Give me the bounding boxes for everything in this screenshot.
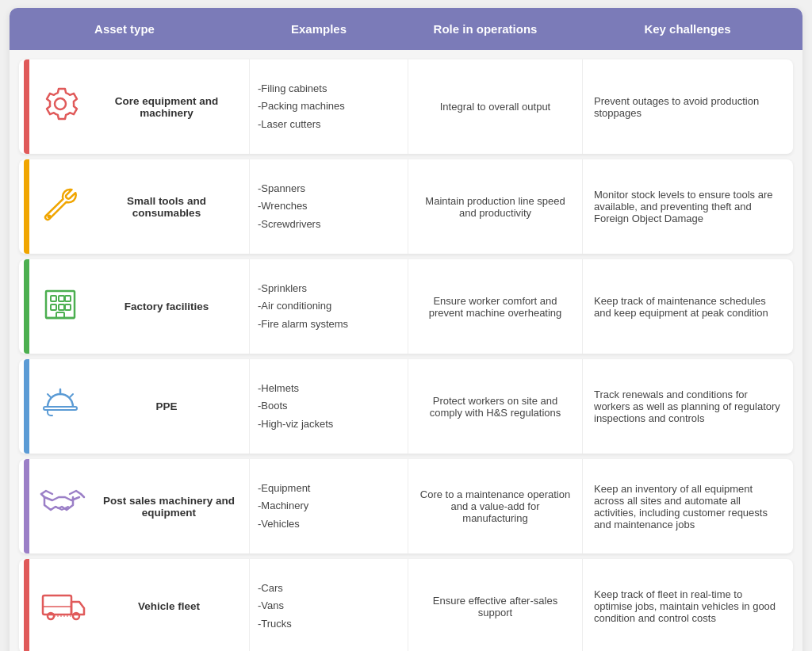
header-role: Role in operations (398, 19, 573, 39)
examples-cell-vehicle-fleet: -Cars-Vans-Trucks (249, 559, 408, 651)
table-row-ppe: PPE-Helmets-Boots-High-viz jacketsProtec… (19, 359, 793, 454)
examples-cell-factory-facilities: -Sprinklers-Air conditioning-Fire alarm … (249, 259, 408, 354)
table-row-small-tools: Small tools and consumables-Spanners-Wre… (19, 159, 793, 255)
example-item: -Vehicles (258, 515, 400, 533)
role-cell-small-tools: Maintain production line speed and produ… (408, 159, 582, 254)
asset-name-core-equipment: Core equipment and machinery (92, 95, 241, 119)
handshake-icon (40, 483, 86, 530)
header-asset-type: Asset type (10, 19, 239, 39)
examples-cell-post-sales: -Equipment-Machinery-Vehicles (249, 459, 408, 553)
challenges-cell-vehicle-fleet: Keep track of fleet in real-time to opti… (582, 559, 793, 651)
asset-name-vehicle-fleet: Vehicle fleet (97, 600, 241, 612)
example-item: -Equipment (258, 480, 400, 497)
examples-cell-core-equipment: -Filing cabinets-Packing machines-Laser … (249, 59, 408, 154)
color-bar-small-tools (24, 159, 29, 254)
asset-name-ppe: PPE (92, 400, 241, 412)
header-challenges: Key challenges (573, 19, 802, 39)
asset-cell-vehicle-fleet: Vehicle fleet (19, 559, 249, 651)
challenges-cell-post-sales: Keep an inventory of all equipment acros… (582, 459, 793, 553)
asset-name-post-sales: Post sales machinery and equipment (97, 495, 241, 519)
gear-icon (40, 83, 81, 130)
example-item: -Screwdrivers (258, 216, 400, 233)
table-row-factory-facilities: Factory facilities-Sprinklers-Air condit… (19, 259, 793, 354)
example-item: -Laser cutters (258, 116, 400, 133)
example-item: -High-viz jackets (258, 415, 400, 433)
example-item: -Helmets (258, 380, 400, 397)
svg-rect-10 (43, 595, 71, 615)
challenges-cell-factory-facilities: Keep track of maintenance schedules and … (582, 259, 793, 354)
helmet-icon (40, 383, 81, 430)
table-row-post-sales: Post sales machinery and equipment-Equip… (19, 459, 793, 554)
example-item: -Sprinklers (258, 280, 400, 297)
table-body: Core equipment and machinery-Filing cabi… (10, 50, 802, 651)
example-item: -Wrenches (258, 197, 400, 215)
example-item: -Machinery (258, 497, 400, 515)
asset-cell-factory-facilities: Factory facilities (19, 259, 249, 354)
svg-rect-8 (65, 304, 71, 310)
example-item: -Trucks (258, 615, 400, 633)
role-cell-core-equipment: Integral to overall output (408, 59, 582, 154)
color-bar-vehicle-fleet (24, 559, 29, 651)
example-item: -Filing cabinets (258, 80, 400, 98)
svg-rect-5 (65, 296, 71, 301)
header-examples: Examples (239, 19, 398, 39)
svg-rect-6 (51, 304, 56, 310)
asset-cell-post-sales: Post sales machinery and equipment (19, 459, 249, 553)
color-bar-core-equipment (24, 59, 29, 154)
svg-point-12 (73, 613, 79, 619)
table-row-core-equipment: Core equipment and machinery-Filing cabi… (19, 59, 793, 155)
asset-name-small-tools: Small tools and consumables (92, 195, 241, 219)
challenges-cell-ppe: Track renewals and conditions for worker… (582, 359, 793, 454)
wrench-icon (40, 183, 81, 230)
svg-rect-7 (59, 304, 64, 310)
asset-table: Asset type Examples Role in operations K… (10, 8, 802, 651)
svg-rect-4 (59, 296, 64, 301)
svg-point-0 (48, 215, 52, 219)
role-cell-factory-facilities: Ensure worker comfort and prevent machin… (408, 259, 582, 354)
color-bar-factory-facilities (24, 259, 29, 354)
example-item: -Spanners (258, 180, 400, 197)
asset-cell-small-tools: Small tools and consumables (19, 159, 249, 254)
example-item: -Vans (258, 597, 400, 615)
building-icon (40, 283, 81, 330)
example-item: -Packing machines (258, 98, 400, 115)
color-bar-ppe (24, 359, 29, 454)
role-cell-vehicle-fleet: Ensure effective after-sales support (408, 559, 582, 651)
example-item: -Boots (258, 397, 400, 415)
color-bar-post-sales (24, 459, 29, 553)
asset-cell-ppe: PPE (19, 359, 249, 454)
examples-cell-small-tools: -Spanners-Wrenches-Screwdrivers (249, 159, 408, 254)
table-header: Asset type Examples Role in operations K… (10, 8, 802, 50)
challenges-cell-small-tools: Monitor stock levels to ensure tools are… (582, 159, 793, 254)
examples-cell-ppe: -Helmets-Boots-High-viz jackets (249, 359, 408, 454)
svg-point-11 (48, 613, 54, 619)
asset-cell-core-equipment: Core equipment and machinery (19, 59, 249, 154)
truck-icon (40, 583, 86, 630)
role-cell-post-sales: Core to a maintenance operation and a va… (408, 459, 582, 553)
example-item: -Fire alarm systems (258, 316, 400, 333)
table-row-vehicle-fleet: Vehicle fleet-Cars-Vans-TrucksEnsure eff… (19, 559, 793, 651)
example-item: -Cars (258, 580, 400, 597)
role-cell-ppe: Protect workers on site and comply with … (408, 359, 582, 454)
example-item: -Air conditioning (258, 297, 400, 315)
challenges-cell-core-equipment: Prevent outages to avoid production stop… (582, 59, 793, 154)
asset-name-factory-facilities: Factory facilities (92, 301, 241, 312)
svg-rect-3 (51, 296, 56, 301)
